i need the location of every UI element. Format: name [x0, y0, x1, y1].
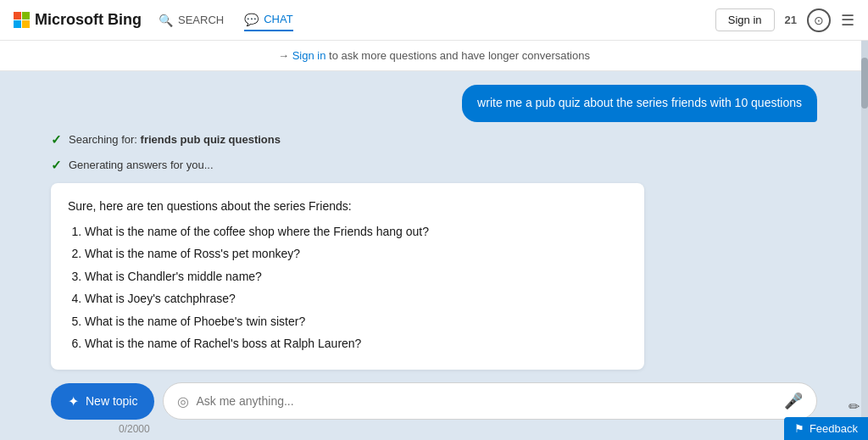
header-right: Sign in 21 ⊙ ☰	[715, 8, 854, 32]
mic-icon[interactable]: 🎤	[784, 392, 803, 410]
ai-response-card: Sure, here are ten questions about the s…	[51, 183, 644, 370]
input-row: ✦ New topic ◎ 🎤	[51, 382, 817, 420]
logo-sq-green	[22, 12, 30, 19]
chat-area: write me a pub quiz about the series fri…	[0, 71, 868, 376]
searching-prefix: Searching for:	[69, 133, 141, 146]
signin-link[interactable]: Sign in	[292, 49, 326, 62]
microsoft-logo	[14, 12, 30, 28]
scrollbar-thumb[interactable]	[861, 58, 868, 109]
signin-banner: → Sign in to ask more questions and have…	[0, 41, 868, 71]
nav-chat[interactable]: 💬 CHAT	[244, 9, 292, 31]
question-list: What is the name of the coffee shop wher…	[68, 222, 627, 353]
searching-query: friends pub quiz questions	[141, 133, 281, 146]
feedback-button[interactable]: ⚑ Feedback	[784, 417, 868, 440]
signin-arrow-icon: →	[278, 49, 289, 62]
edit-icon[interactable]: ✏	[849, 398, 860, 415]
badge-count: 21	[785, 14, 797, 26]
generating-label: Generating answers for you...	[69, 159, 214, 171]
chat-input-icon: ◎	[177, 393, 189, 409]
hamburger-menu[interactable]: ☰	[841, 11, 854, 30]
ai-intro: Sure, here are ten questions about the s…	[68, 197, 627, 215]
nav-chat-label: CHAT	[264, 13, 292, 25]
main-content: → Sign in to ask more questions and have…	[0, 41, 868, 440]
list-item: What is the name of Phoebe's twin sister…	[85, 312, 627, 331]
char-count: 0/2000	[51, 420, 817, 440]
signin-rest-text: to ask more questions and have longer co…	[326, 49, 589, 62]
new-topic-button[interactable]: ✦ New topic	[51, 383, 154, 420]
list-item: What is the name of Ross's pet monkey?	[85, 244, 627, 263]
status-generating: ✓ Generating answers for you...	[51, 158, 817, 173]
list-item: What is Joey's catchphrase?	[85, 289, 627, 308]
input-container: ◎ 🎤	[163, 382, 817, 420]
scrollbar-track	[861, 41, 868, 440]
check-icon-generating: ✓	[51, 158, 62, 173]
chat-input[interactable]	[196, 394, 777, 408]
list-item: What is the name of the coffee shop wher…	[85, 222, 627, 241]
nav-items: 🔍 SEARCH 💬 CHAT	[159, 9, 698, 31]
bottom-bar: ✦ New topic ◎ 🎤 0/2000	[0, 376, 868, 440]
sign-in-button[interactable]: Sign in	[715, 8, 775, 31]
logo-area: Microsoft Bing	[14, 11, 142, 29]
nav-search-label: SEARCH	[178, 14, 224, 26]
feedback-label: Feedback	[810, 422, 858, 435]
bing-logo: Microsoft Bing	[14, 11, 142, 29]
nav-search[interactable]: 🔍 SEARCH	[159, 10, 224, 31]
avatar[interactable]: ⊙	[807, 8, 831, 32]
logo-sq-red	[14, 12, 21, 19]
new-topic-icon: ✦	[68, 393, 79, 409]
status-searching: ✓ Searching for: friends pub quiz questi…	[51, 132, 817, 148]
user-message: write me a pub quiz about the series fri…	[462, 85, 817, 122]
header: Microsoft Bing 🔍 SEARCH 💬 CHAT Sign in 2…	[0, 0, 868, 41]
list-item: What is Chandler's middle name?	[85, 267, 627, 286]
new-topic-label: New topic	[86, 394, 137, 408]
logo-sq-yellow	[22, 20, 30, 28]
feedback-flag-icon: ⚑	[794, 422, 804, 435]
search-nav-icon: 🔍	[159, 14, 173, 27]
brand-name: Microsoft Bing	[35, 11, 142, 29]
chat-nav-icon: 💬	[244, 13, 259, 26]
logo-sq-blue	[14, 20, 21, 28]
searching-label: Searching for: friends pub quiz question…	[69, 133, 281, 146]
list-item: What is the name of Rachel's boss at Ral…	[85, 334, 627, 353]
check-icon-searching: ✓	[51, 132, 62, 148]
